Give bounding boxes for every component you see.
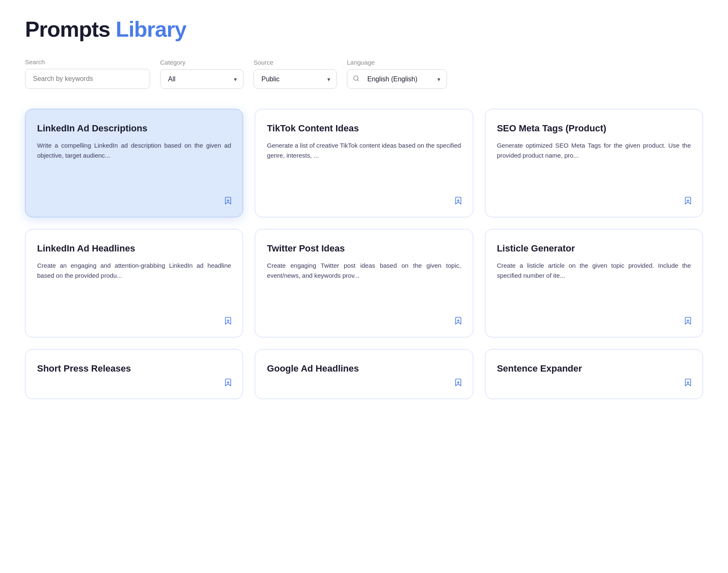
category-select[interactable]: All Marketing SEO Social Media Content <box>160 69 244 89</box>
source-filter-group: Source Public Private All ▾ <box>254 59 337 89</box>
card-title-3: SEO Meta Tags (Product) <box>497 123 691 135</box>
bookmark-icon-9[interactable] <box>683 378 693 390</box>
prompt-card-2[interactable]: TikTok Content IdeasGenerate a list of c… <box>255 109 473 217</box>
prompt-card-6[interactable]: Listicle GeneratorCreate a listicle arti… <box>485 229 703 337</box>
card-description-4: Create an engaging and attention-grabbin… <box>37 261 231 327</box>
card-description-2: Generate a list of creative TikTok conte… <box>267 141 461 207</box>
language-select-wrapper: English (English) Spanish (Español) Fren… <box>347 69 447 89</box>
card-title-6: Listicle Generator <box>497 243 691 255</box>
card-description-1: Write a compelling LinkedIn ad descripti… <box>37 141 231 207</box>
bookmark-icon-4[interactable] <box>223 316 233 328</box>
card-title-1: LinkedIn Ad Descriptions <box>37 123 231 135</box>
prompt-card-4[interactable]: LinkedIn Ad HeadlinesCreate an engaging … <box>25 229 243 337</box>
category-filter-group: Category All Marketing SEO Social Media … <box>160 59 244 89</box>
card-description-3: Generate optimized SEO Meta Tags for the… <box>497 141 691 207</box>
language-filter-group: Language English (English) Spanish (Espa… <box>347 59 447 89</box>
prompt-card-8[interactable]: Google Ad Headlines <box>255 349 473 399</box>
source-label: Source <box>254 59 337 66</box>
language-select[interactable]: English (English) Spanish (Español) Fren… <box>347 69 447 89</box>
prompt-card-5[interactable]: Twitter Post IdeasCreate engaging Twitte… <box>255 229 473 337</box>
search-label: Search <box>25 58 150 65</box>
source-select-wrapper: Public Private All ▾ <box>254 69 337 89</box>
category-select-wrapper: All Marketing SEO Social Media Content ▾ <box>160 69 244 89</box>
language-label: Language <box>347 59 447 66</box>
bookmark-icon-2[interactable] <box>454 196 463 208</box>
prompt-card-1[interactable]: LinkedIn Ad DescriptionsWrite a compelli… <box>25 109 243 217</box>
search-filter-group: Search <box>25 58 150 89</box>
prompt-card-9[interactable]: Sentence Expander <box>485 349 703 399</box>
bookmark-icon-3[interactable] <box>683 196 693 208</box>
bookmark-icon-1[interactable] <box>223 196 233 208</box>
cards-grid: LinkedIn Ad DescriptionsWrite a compelli… <box>25 109 703 399</box>
card-description-5: Create engaging Twitter post ideas based… <box>267 261 461 327</box>
filters-row: Search Category All Marketing SEO Social… <box>25 58 703 89</box>
bookmark-icon-5[interactable] <box>454 316 463 328</box>
source-select[interactable]: Public Private All <box>254 69 337 89</box>
card-title-7: Short Press Releases <box>37 363 231 375</box>
page-title: Prompts Library <box>25 17 703 42</box>
bookmark-icon-7[interactable] <box>223 378 233 390</box>
card-title-4: LinkedIn Ad Headlines <box>37 243 231 255</box>
bookmark-icon-6[interactable] <box>683 316 693 328</box>
card-title-8: Google Ad Headlines <box>267 363 461 375</box>
card-title-5: Twitter Post Ideas <box>267 243 461 255</box>
category-label: Category <box>160 59 244 66</box>
search-input[interactable] <box>25 69 150 89</box>
card-description-6: Create a listicle article on the given t… <box>497 261 691 327</box>
prompt-card-7[interactable]: Short Press Releases <box>25 349 243 399</box>
card-title-2: TikTok Content Ideas <box>267 123 461 135</box>
bookmark-icon-8[interactable] <box>454 378 463 390</box>
card-title-9: Sentence Expander <box>497 363 691 375</box>
prompt-card-3[interactable]: SEO Meta Tags (Product)Generate optimize… <box>485 109 703 217</box>
